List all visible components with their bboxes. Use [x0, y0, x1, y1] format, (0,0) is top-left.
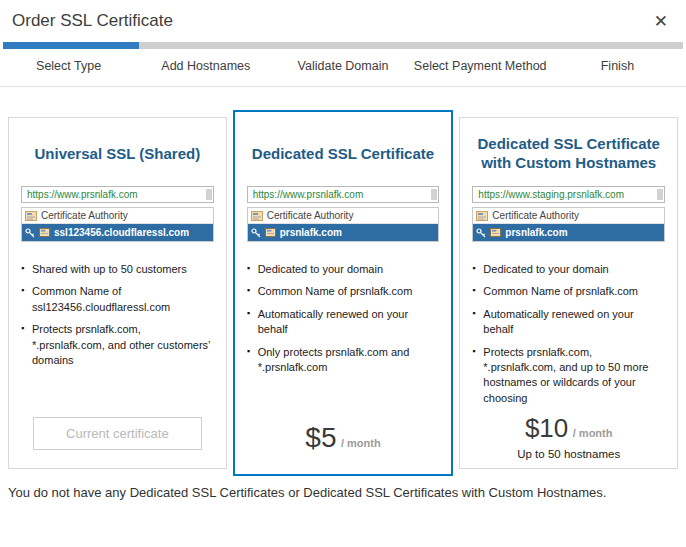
scrollbar-nub [657, 189, 663, 200]
step-validate-domain: Validate Domain [274, 59, 411, 73]
current-certificate-button[interactable]: Current certificate [33, 417, 203, 450]
browser-preview: https://www.prsnlafk.com Certificate Aut… [247, 186, 440, 242]
certificate-name: prsnlafk.com [505, 227, 567, 238]
close-icon[interactable]: ✕ [650, 11, 672, 32]
card-universal-ssl[interactable]: Universal SSL (Shared) https://www.prsnl… [8, 117, 227, 469]
certificate-name: ssl123456.cloudflaressl.com [54, 227, 189, 238]
certificate-name: prsnlafk.com [280, 227, 342, 238]
price: $10 / month Up to 50 hostnames [472, 413, 665, 460]
modal-header: Order SSL Certificate ✕ [0, 0, 686, 38]
feature-item: Shared with up to 50 customers [21, 262, 214, 277]
url-text: https://www.staging.prsnlafk.com [478, 189, 624, 200]
address-bar: https://www.prsnlafk.com [247, 186, 440, 203]
certificate-name-row: ssl123456.cloudflaressl.com [22, 224, 213, 241]
browser-preview: https://www.prsnlafk.com Certificate Aut… [21, 186, 214, 242]
hostname-limit-note: Up to 50 hostnames [472, 448, 665, 460]
price-unit: / month [341, 437, 381, 449]
feature-list: Dedicated to your domain Common Name of … [247, 262, 440, 382]
card-title: Universal SSL (Shared) [21, 132, 214, 176]
certificate-icon [490, 228, 501, 237]
step-finish: Finish [549, 59, 686, 73]
url-text: https://www.prsnlafk.com [27, 189, 138, 200]
feature-item: Protects prsnlafk.com, *.prsnlafk.com, a… [21, 322, 214, 368]
certificate-icon [476, 211, 488, 221]
certificate-authority-row: Certificate Authority [22, 208, 213, 224]
feature-item: Dedicated to your domain [247, 262, 440, 277]
card-title: Dedicated SSL Certificate with Custom Ho… [472, 132, 665, 176]
certificate-authority-row: Certificate Authority [248, 208, 439, 224]
certificate-icon [251, 211, 263, 221]
certificate-icon [265, 228, 276, 237]
certificate-list: Certificate Authority prsnlafk.com [247, 207, 440, 242]
step-nav: Select Type Add Hostnames Validate Domai… [0, 49, 686, 86]
feature-item: Dedicated to your domain [472, 262, 665, 277]
feature-item: Common Name of ssl123456.cloudflaressl.c… [21, 284, 214, 315]
certificate-icon [39, 228, 50, 237]
price-unit: / month [573, 427, 613, 439]
step-select-payment-method: Select Payment Method [412, 59, 549, 73]
certificate-authority-label: Certificate Authority [41, 210, 128, 221]
certificate-authority-row: Certificate Authority [473, 208, 664, 224]
key-icon [251, 228, 261, 238]
plan-cards: Universal SSL (Shared) https://www.prsnl… [0, 117, 686, 469]
scrollbar-nub [206, 189, 212, 200]
feature-item: Only protects prsnlafk.com and *.prsnlaf… [247, 345, 440, 376]
certificate-name-row: prsnlafk.com [473, 224, 664, 241]
progress-fill [3, 42, 139, 49]
key-icon [476, 228, 486, 238]
certificate-list: Certificate Authority prsnlafk.com [472, 207, 665, 242]
feature-list: Shared with up to 50 customers Common Na… [21, 262, 214, 375]
certificate-list: Certificate Authority ssl123456.cloudfla… [21, 207, 214, 242]
price-amount: $10 [525, 413, 568, 443]
address-bar: https://www.staging.prsnlafk.com [472, 186, 665, 203]
certificate-name-row: prsnlafk.com [248, 224, 439, 241]
price: $5 / month [247, 422, 440, 454]
certificate-icon [25, 211, 37, 221]
header-divider [0, 86, 686, 87]
scrollbar-nub [431, 189, 437, 200]
card-dedicated-ssl[interactable]: Dedicated SSL Certificate https://www.pr… [233, 110, 454, 476]
feature-item: Automatically renewed on your behalf [247, 307, 440, 338]
step-select-type: Select Type [0, 59, 137, 73]
card-dedicated-ssl-custom-hostnames[interactable]: Dedicated SSL Certificate with Custom Ho… [459, 117, 678, 469]
browser-preview: https://www.staging.prsnlafk.com Certifi… [472, 186, 665, 242]
progress-bar [3, 42, 683, 49]
certificate-authority-label: Certificate Authority [492, 210, 579, 221]
feature-item: Common Name of prsnlafk.com [472, 284, 665, 299]
feature-list: Dedicated to your domain Common Name of … [472, 262, 665, 413]
feature-item: Protects prsnlafk.com, *.prsnlafk.com, a… [472, 345, 665, 407]
page-title: Order SSL Certificate [12, 11, 173, 31]
feature-item: Automatically renewed on your behalf [472, 307, 665, 338]
card-title: Dedicated SSL Certificate [247, 132, 440, 176]
certificate-authority-label: Certificate Authority [267, 210, 354, 221]
price-amount: $5 [305, 422, 336, 453]
url-text: https://www.prsnlafk.com [253, 189, 364, 200]
key-icon [25, 228, 35, 238]
step-add-hostnames: Add Hostnames [137, 59, 274, 73]
address-bar: https://www.prsnlafk.com [21, 186, 214, 203]
feature-item: Common Name of prsnlafk.com [247, 284, 440, 299]
